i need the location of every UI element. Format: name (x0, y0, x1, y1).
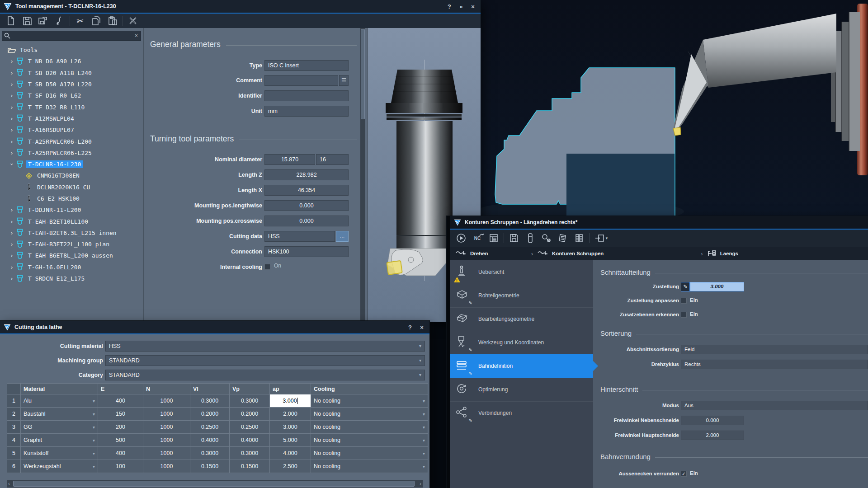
n-cell[interactable]: 1000 (143, 408, 190, 420)
zustellung-input[interactable]: 3.000 (690, 282, 744, 291)
zustellung-link-button[interactable]: ✎ (681, 282, 690, 291)
cut-button[interactable]: ✂ (73, 15, 87, 27)
cooling-cell[interactable]: No cooling▾ (311, 434, 428, 446)
sidebar-item-optimierung[interactable]: Optimierung (450, 378, 593, 402)
row-number[interactable]: 2 (7, 408, 20, 420)
collapse-button[interactable]: « (455, 3, 467, 10)
row-number[interactable]: 3 (7, 421, 20, 433)
tree-item[interactable]: ›T-A16RSDUPL07 (0, 124, 143, 136)
material-cell[interactable]: Werkzeugstahl▾ (21, 460, 98, 473)
sidebar-item-verbindungen[interactable]: ✎ Verbindungen (450, 401, 593, 425)
tool-management-titlebar[interactable]: Tool management - T-DCLNR-16-L230 ? « × (0, 0, 481, 13)
sidebar-item-bearbeitungsgeometrie[interactable]: Bearbeitungsgeometrie (450, 307, 593, 331)
column-header[interactable]: Vl (190, 384, 229, 394)
delete-button[interactable] (126, 15, 140, 27)
material-cell[interactable]: Graphit▾ (21, 434, 98, 446)
sidebar-item-bahndefinition[interactable]: ✎ Bahndefinition (450, 354, 593, 378)
column-header[interactable]: E (98, 384, 143, 394)
tool-holder-button[interactable] (524, 232, 537, 244)
machining-group-select[interactable]: STANDARD▾ (105, 355, 425, 366)
tree-root[interactable]: Tools (0, 44, 143, 56)
close-button[interactable]: × (467, 3, 479, 10)
e-cell[interactable]: 200 (98, 421, 143, 433)
internal-cooling-checkbox[interactable] (264, 264, 270, 270)
e-cell[interactable]: 150 (98, 408, 143, 420)
material-cell[interactable]: GG▾ (21, 421, 98, 433)
vp-cell[interactable]: 0.4000 (230, 434, 269, 446)
tree-item[interactable]: ›T-EAH-B3ET22L_L100 plan (0, 239, 143, 250)
drehzyklus-select[interactable]: Rechts (681, 360, 868, 369)
help-button[interactable]: ? (404, 324, 416, 331)
length-z-field[interactable]: 228.982 (264, 169, 349, 180)
material-cell[interactable]: Kunststoff▾ (21, 447, 98, 460)
tree-item[interactable]: ›T-GH-16.0ELL200 (0, 262, 143, 273)
zusatzebenen-checkbox[interactable] (681, 312, 687, 318)
row-number[interactable]: 5 (7, 447, 20, 460)
vl-cell[interactable]: 0.3000 (190, 394, 229, 407)
save-button[interactable] (507, 232, 521, 244)
tree-item[interactable]: ›T-A25RPWLCR06-L225 (0, 147, 143, 159)
n-cell[interactable]: 1000 (143, 460, 190, 473)
connection-field[interactable]: HSK100 (264, 246, 349, 257)
column-header[interactable] (7, 384, 20, 394)
e-cell[interactable]: 500 (98, 434, 143, 446)
row-number[interactable]: 1 (7, 394, 20, 407)
breadcrumb-item-drehen[interactable]: Drehen (456, 250, 488, 257)
tree-child-holder[interactable]: C6 E2 HSK100 (0, 193, 143, 204)
aussenecken-checkbox[interactable]: ✓ (681, 471, 687, 477)
new-button[interactable] (4, 15, 18, 27)
tree-item[interactable]: ›T-EAH-B2ET10LL100 (0, 216, 143, 227)
tree-item-selected[interactable]: ›T-DCLNR-16-L230 (0, 159, 143, 170)
column-header[interactable]: Cooling (311, 384, 428, 394)
tree-child-holder[interactable]: DCLNR2020K16 CU (0, 182, 143, 193)
vp-cell[interactable]: 0.2500 (230, 421, 269, 433)
material-cell[interactable]: Alu▾ (21, 394, 98, 407)
e-cell[interactable]: 400 (98, 394, 143, 407)
nc-code-button[interactable]: NC (471, 232, 484, 244)
e-cell[interactable]: 100 (98, 460, 143, 473)
vl-cell[interactable]: 0.3000 (190, 447, 229, 460)
n-cell[interactable]: 1000 (143, 434, 190, 446)
machining-3d-viewport[interactable] (481, 0, 868, 216)
tree-item[interactable]: ›T-A12MSWLPL04 (0, 113, 143, 124)
comment-field[interactable] (264, 75, 338, 86)
tree-item[interactable]: ›T-DDJNR-11-L200 (0, 204, 143, 216)
column-header[interactable]: N (143, 384, 190, 394)
tree-item[interactable]: ›T-EAH-B2ET6.3L_L215 innen (0, 227, 143, 239)
comment-editor-button[interactable]: ☰ (339, 75, 349, 86)
sidebar-item-werkzeug-und-koordinaten[interactable]: ✎ Werkzeug und Koordinaten (450, 331, 593, 355)
sidebar-item-uebersicht[interactable]: Uebersicht (450, 260, 593, 284)
cutting-data-field[interactable]: HSS (264, 231, 335, 242)
mounting-lengthwise-field[interactable]: 0.000 (264, 200, 349, 211)
row-number[interactable]: 6 (7, 460, 20, 473)
tree-item[interactable]: ›T SB D20 A118 L240 (0, 67, 143, 79)
row-number[interactable]: 4 (7, 434, 20, 446)
material-cell[interactable]: Baustahl▾ (21, 408, 98, 420)
save-button[interactable] (20, 15, 34, 27)
breadcrumb-item-laengs[interactable]: Laengs (708, 250, 738, 257)
category-select[interactable]: STANDARD▾ (105, 370, 425, 380)
cooling-cell[interactable]: No cooling▾ (311, 421, 428, 433)
ap-cell[interactable]: 4.000 (270, 447, 311, 460)
cutting-data-more-button[interactable]: ... (336, 231, 349, 242)
column-header[interactable]: Material (21, 384, 98, 394)
tree-item[interactable]: ›T-A25RPWLCR06-L200 (0, 136, 143, 147)
vp-cell[interactable]: 0.2000 (230, 408, 269, 420)
search-clear-icon[interactable]: × (135, 33, 138, 39)
cooling-cell[interactable]: No cooling▾ (311, 408, 428, 420)
freiwinkel-hauptschneide-input[interactable]: 2.000 (681, 431, 744, 440)
n-cell[interactable]: 1000 (143, 421, 190, 433)
n-cell[interactable]: 1000 (143, 394, 190, 407)
cutting-material-select[interactable]: HSS▾ (105, 341, 425, 352)
vl-cell[interactable]: 0.4000 (190, 434, 229, 446)
tree-item[interactable]: ›T NB D6 A90 L26 (0, 56, 143, 67)
n-cell[interactable]: 1000 (143, 447, 190, 460)
mounting-crosswise-field[interactable]: 0.000 (264, 216, 349, 226)
document-button[interactable] (556, 232, 570, 244)
cooling-cell[interactable]: No cooling▾ (311, 394, 428, 407)
save-as-button[interactable] (37, 15, 50, 27)
tree-item[interactable]: ›T SF D16 R0 L62 (0, 90, 143, 101)
import-curve-button[interactable] (53, 15, 66, 27)
table-view-button[interactable] (572, 232, 586, 244)
nominal-diameter-inch-field[interactable]: 16 (316, 154, 349, 165)
